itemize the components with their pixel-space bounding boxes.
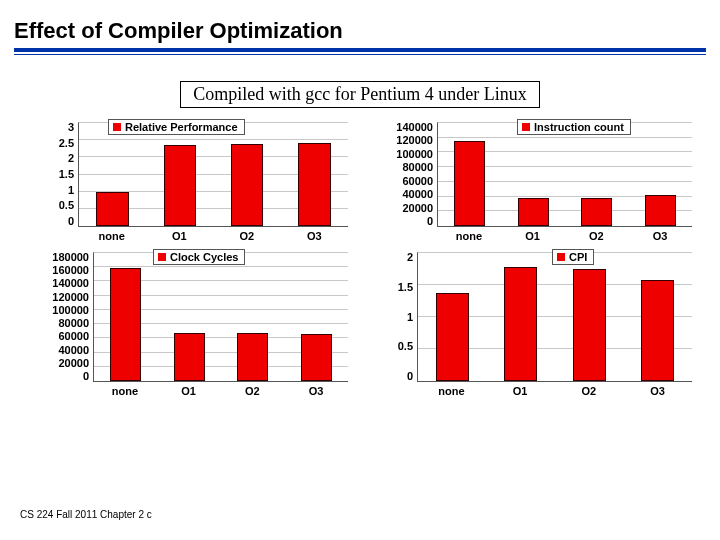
y-tick-label: 60000 — [58, 331, 89, 342]
chart: 21.510.50CPInoneO1O2O3 — [372, 252, 692, 397]
x-tick-label: O3 — [632, 230, 688, 242]
y-tick-label: 80000 — [58, 318, 89, 329]
y-tick-label: 80000 — [402, 162, 433, 173]
plot-area — [93, 252, 348, 382]
bar — [454, 141, 485, 226]
bar — [436, 293, 469, 381]
y-axis: 1800001600001400001200001000008000060000… — [28, 252, 93, 382]
y-tick-label: 0 — [427, 216, 433, 227]
bar — [573, 269, 606, 381]
x-tick-label: none — [82, 230, 141, 242]
legend-label: Clock Cycles — [170, 251, 238, 263]
bar — [110, 268, 141, 381]
page-title: Effect of Compiler Optimization — [14, 18, 706, 48]
legend-label: Instruction count — [534, 121, 624, 133]
x-tick-label: O2 — [568, 230, 624, 242]
x-tick-label: O1 — [505, 230, 561, 242]
x-tick-label: O2 — [224, 385, 280, 397]
y-tick-label: 40000 — [402, 189, 433, 200]
y-tick-label: 1.5 — [59, 169, 74, 180]
plot-area — [437, 122, 692, 227]
x-tick-label: O1 — [150, 230, 209, 242]
y-tick-label: 2.5 — [59, 138, 74, 149]
legend-label: CPI — [569, 251, 587, 263]
x-tick-label: O2 — [217, 230, 276, 242]
y-tick-label: 1.5 — [398, 282, 413, 293]
legend-label: Relative Performance — [125, 121, 238, 133]
y-tick-label: 120000 — [52, 292, 89, 303]
bar — [581, 198, 612, 226]
bar — [96, 192, 129, 226]
x-axis: noneO1O2O3 — [417, 385, 692, 397]
y-tick-label: 2 — [68, 153, 74, 164]
x-axis: noneO1O2O3 — [93, 385, 348, 397]
y-axis: 21.510.50 — [372, 252, 417, 382]
bar — [298, 143, 331, 226]
y-tick-label: 3 — [68, 122, 74, 133]
y-tick-label: 100000 — [52, 305, 89, 316]
bar — [301, 334, 332, 381]
y-tick-label: 120000 — [396, 135, 433, 146]
legend: Instruction count — [517, 119, 631, 135]
y-tick-label: 1 — [68, 185, 74, 196]
bar — [231, 144, 264, 226]
x-tick-label: O2 — [559, 385, 620, 397]
x-tick-label: none — [441, 230, 497, 242]
y-tick-label: 0 — [68, 216, 74, 227]
y-tick-label: 20000 — [58, 358, 89, 369]
y-tick-label: 0 — [83, 371, 89, 382]
title-rule-thick — [14, 48, 706, 52]
x-tick-label: O1 — [490, 385, 551, 397]
y-axis: 32.521.510.50 — [28, 122, 78, 227]
y-tick-label: 0.5 — [59, 200, 74, 211]
y-tick-label: 0.5 — [398, 341, 413, 352]
y-tick-label: 2 — [407, 252, 413, 263]
bar — [237, 333, 268, 381]
y-tick-label: 60000 — [402, 176, 433, 187]
bar — [641, 280, 674, 381]
legend: CPI — [552, 249, 594, 265]
bar — [504, 267, 537, 381]
y-tick-label: 20000 — [402, 203, 433, 214]
x-tick-label: O3 — [627, 385, 688, 397]
y-axis: 140000120000100000800006000040000200000 — [372, 122, 437, 227]
plot-area — [78, 122, 348, 227]
chart: 140000120000100000800006000040000200000I… — [372, 122, 692, 242]
y-tick-label: 160000 — [52, 265, 89, 276]
chart: 32.521.510.50Relative PerformancenoneO1O… — [28, 122, 348, 242]
footer-text: CS 224 Fall 2011 Chapter 2 c — [20, 509, 152, 520]
y-tick-label: 180000 — [52, 252, 89, 263]
x-tick-label: O1 — [161, 385, 217, 397]
x-tick-label: O3 — [285, 230, 344, 242]
x-tick-label: O3 — [288, 385, 344, 397]
y-tick-label: 1 — [407, 312, 413, 323]
legend-swatch — [158, 253, 166, 261]
y-tick-label: 100000 — [396, 149, 433, 160]
charts-grid: 32.521.510.50Relative PerformancenoneO1O… — [0, 108, 720, 397]
y-tick-label: 40000 — [58, 345, 89, 356]
bar — [645, 195, 676, 226]
x-axis: noneO1O2O3 — [437, 230, 692, 242]
legend-swatch — [557, 253, 565, 261]
y-tick-label: 0 — [407, 371, 413, 382]
chart: 1800001600001400001200001000008000060000… — [28, 252, 348, 397]
legend-swatch — [522, 123, 530, 131]
caption-box: Compiled with gcc for Pentium 4 under Li… — [180, 81, 539, 108]
legend: Clock Cycles — [153, 249, 245, 265]
legend-swatch — [113, 123, 121, 131]
x-tick-label: none — [421, 385, 482, 397]
bar — [518, 198, 549, 226]
legend: Relative Performance — [108, 119, 245, 135]
plot-area — [417, 252, 692, 382]
y-tick-label: 140000 — [396, 122, 433, 133]
x-tick-label: none — [97, 385, 153, 397]
x-axis: noneO1O2O3 — [78, 230, 348, 242]
bar — [164, 145, 197, 226]
bar — [174, 333, 205, 381]
y-tick-label: 140000 — [52, 278, 89, 289]
title-rule-thin — [14, 54, 706, 55]
